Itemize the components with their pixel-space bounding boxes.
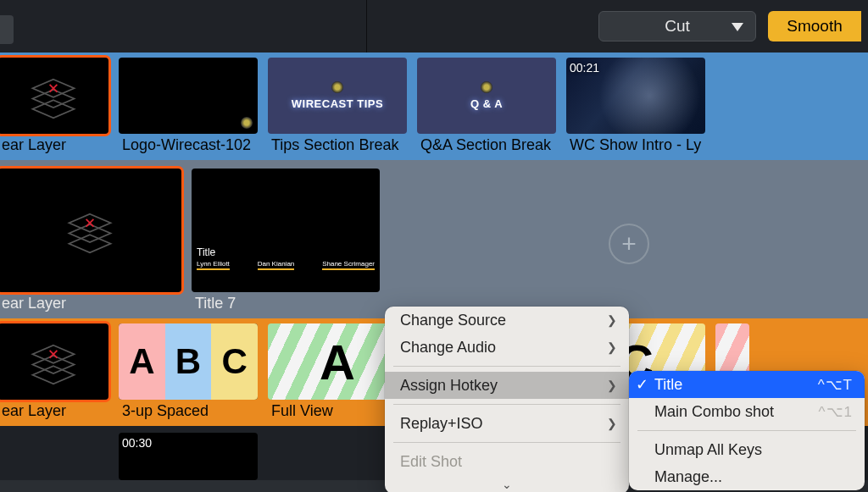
letter-a: A [119,323,165,400]
shot-title-7[interactable]: Title Lynn Elliott Dan Kianian Shane Scr… [192,169,380,318]
chevron-right-icon: ❯ [607,313,617,327]
submenu-item-title[interactable]: ✓ Title ^⌥T [629,371,865,398]
shot-clear-layer-2[interactable]: ear Layer [0,169,181,318]
add-shot-area: + [390,169,868,318]
menu-separator [393,442,620,443]
svg-marker-1 [33,100,75,118]
shot-label: Logo-Wirecast-102 [119,134,258,156]
slide-logo-icon [481,81,492,93]
letter-b: B [165,323,212,400]
assign-hotkey-submenu[interactable]: ✓ Title ^⌥T Main Combo shot ^⌥1 Unmap Al… [629,371,865,490]
slide-logo-icon [331,81,343,93]
letter-c: C [211,323,258,400]
shot-clear-layer-3[interactable]: ear Layer [0,323,108,426]
toolbar-divider [366,0,367,53]
submenu-item-unmap-all[interactable]: Unmap All Keys [629,436,865,463]
menu-separator [393,366,620,367]
shot-3up-spaced[interactable]: A B C 3-up Spaced [119,323,258,426]
wirecast-logo-icon [241,117,253,129]
chevron-right-icon: ❯ [607,340,617,354]
layer-row-2: ear Layer Title Lynn Elliott Dan Kianian… [0,160,868,318]
title7-names: Lynn Elliott Dan Kianian Shane Scrimager [197,260,375,270]
layer-row-1: ear Layer Logo-Wirecast-102 WIRECAST TIP… [0,53,868,160]
clear-layer-icon [0,58,108,134]
clear-layer-icon [0,323,108,400]
timecode-badge: 00:30 [122,436,152,450]
svg-marker-11 [33,366,75,384]
shot-label: ear Layer [0,400,108,422]
title7-label: Title [197,246,215,258]
svg-marker-6 [70,235,111,252]
menu-item-edit-shot-partial[interactable]: Edit Shot [385,448,629,475]
transition-select[interactable]: Cut [598,11,756,41]
submenu-item-manage[interactable]: Manage... [629,463,865,490]
shot-qa-section-break[interactable]: Q & A Q&A Section Break [417,58,556,160]
clear-layer-icon [0,169,181,292]
hotkey-accelerator: ^⌥T [801,376,853,394]
timecode-badge: 00:21 [570,61,599,75]
plus-icon: + [621,229,637,258]
transition-selected-label: Cut [665,17,690,36]
submenu-item-main-combo[interactable]: Main Combo shot ^⌥1 [629,398,865,425]
shot-label: ear Layer [0,134,108,156]
shot-tips-section-break[interactable]: WIRECAST TIPS Tips Section Break [268,58,407,160]
menu-scroll-down-icon[interactable]: ⌄ [385,475,629,492]
shot-clear-layer-1[interactable]: ear Layer [0,58,108,160]
menu-item-change-source[interactable]: Change Source ❯ [385,307,629,334]
shot-video-clip[interactable]: 00:30 [119,433,258,480]
menu-item-replay-iso[interactable]: Replay+ISO ❯ [385,410,629,437]
shot-label: Title 7 [192,292,380,314]
svg-marker-2 [33,90,75,108]
menu-separator [637,430,856,431]
chevron-down-icon [732,17,743,36]
shot-label: Tips Section Break [268,134,407,156]
toolbar-left-stub [0,15,14,44]
check-icon: ✓ [636,375,648,394]
smooth-label: Smooth [787,17,842,36]
svg-marker-0 [732,23,743,31]
menu-item-assign-hotkey[interactable]: Assign Hotkey ❯ [385,372,629,399]
shot-logo-wirecast[interactable]: Logo-Wirecast-102 [119,58,258,160]
smooth-transition-button[interactable]: Smooth [768,11,861,41]
menu-separator [393,404,620,405]
shot-label: Q&A Section Break [417,134,556,156]
shot-context-menu[interactable]: Change Source ❯ Change Audio ❯ Assign Ho… [385,307,629,492]
top-toolbar: Cut Smooth [0,0,868,53]
svg-marker-12 [33,356,75,373]
shot-wc-show-intro[interactable]: 00:21 WC Show Intro - Ly [566,58,705,160]
slide-title: Q & A [470,98,503,111]
shot-label: 3-up Spaced [119,400,258,422]
slide-title: WIRECAST TIPS [292,98,383,111]
hotkey-accelerator: ^⌥1 [802,403,853,421]
add-shot-button[interactable]: + [609,224,649,264]
shot-label: WC Show Intro - Ly [566,134,705,156]
chevron-right-icon: ❯ [607,379,617,392]
svg-marker-7 [70,224,111,242]
menu-item-change-audio[interactable]: Change Audio ❯ [385,334,629,361]
shot-label: ear Layer [0,292,181,314]
chevron-right-icon: ❯ [607,417,617,430]
